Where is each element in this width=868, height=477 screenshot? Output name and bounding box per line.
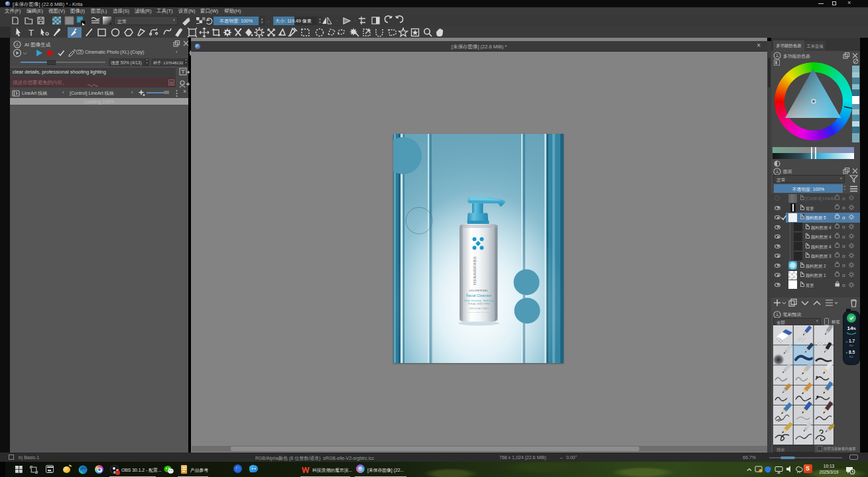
svg-text:α: α xyxy=(842,282,845,288)
svg-text:Deep Cleansing · Hydrating: Deep Cleansing · Hydrating xyxy=(464,299,493,302)
svg-text:-: - xyxy=(355,19,356,23)
svg-text:NET WT. 150ml / 5.0 FL.OZ: NET WT. 150ml / 5.0 FL.OZ xyxy=(469,311,489,313)
svg-text:GENTLE DAILY WASH: GENTLE DAILY WASH xyxy=(469,307,489,310)
svg-text:FOR ALL SKIN TYPES: FOR ALL SKIN TYPES xyxy=(468,303,490,305)
svg-text:UDIZRIF4EL: UDIZRIF4EL xyxy=(469,289,488,292)
svg-text:HSRAIRFABS: HSRAIRFABS xyxy=(472,256,477,285)
svg-text:Facial Cleanser: Facial Cleanser xyxy=(466,293,491,297)
svg-text:-: - xyxy=(336,19,338,23)
svg-text:T: T xyxy=(29,28,34,38)
